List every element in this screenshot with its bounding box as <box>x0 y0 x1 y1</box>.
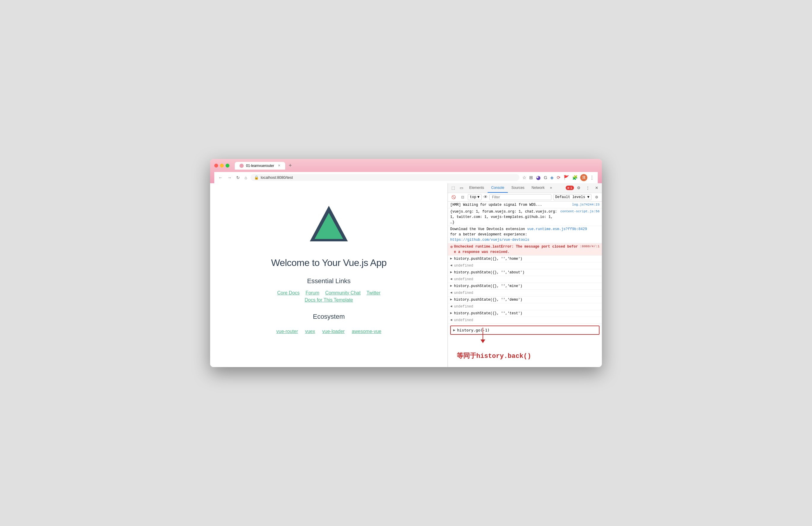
file-link[interactable]: content-script.js:56 <box>560 209 599 214</box>
active-tab[interactable]: 01-learnvuerouter ✕ <box>235 162 285 170</box>
translate-icon[interactable]: G <box>543 174 548 181</box>
settings-cog-btn[interactable]: ⚙ <box>593 194 600 200</box>
console-text: undefined <box>454 304 599 309</box>
community-chat-link[interactable]: Community Chat <box>325 290 361 296</box>
device-toolbar-btn[interactable]: ▭ <box>457 183 466 192</box>
tab-elements[interactable]: Elements <box>466 183 488 193</box>
devtools-link[interactable]: vue.runtime.esm.js?ff9b:8429 <box>527 227 587 231</box>
level-label: Default levels <box>555 195 585 199</box>
ext2-icon[interactable]: ⟳ <box>556 174 561 181</box>
collapse-icon[interactable]: ◀ <box>450 290 452 295</box>
back-button[interactable]: ← <box>217 175 224 181</box>
ecosystem-links: vue-router vuex vue-loader awesome-vue <box>276 329 381 334</box>
error-file-link[interactable]: :8080/#/:1 <box>580 244 599 249</box>
prompt-icon: ▶ <box>453 328 455 333</box>
close-button[interactable] <box>214 164 218 167</box>
console-text: history.pushState({}, '','mine') <box>454 284 599 289</box>
docs-template-link[interactable]: Docs for This Template <box>304 297 353 303</box>
expand-icon[interactable]: ▶ <box>450 256 452 261</box>
devtools-panel: ⬚ ▭ Elements Console Sources Network » ⊗… <box>448 183 602 367</box>
tab-console[interactable]: Console <box>488 183 508 193</box>
minimize-button[interactable] <box>220 164 224 167</box>
tab-close-button[interactable]: ✕ <box>278 164 280 167</box>
file-link[interactable]: log.js74244:23 <box>572 202 599 207</box>
console-filter-input[interactable] <box>489 194 551 200</box>
clear-console-btn[interactable]: 🚫 <box>450 194 458 200</box>
ext1-icon[interactable]: ◈ <box>550 174 554 181</box>
inspect-element-btn[interactable]: ⬚ <box>449 183 457 192</box>
browser-window: 01-learnvuerouter ✕ + ← → ↻ ⌂ 🔒 localhos… <box>210 159 602 367</box>
console-text: undefined <box>454 263 599 268</box>
settings-btn[interactable]: ⚙ <box>575 183 583 192</box>
menu-icon[interactable]: ⋮ <box>589 174 595 181</box>
expand-icon[interactable]: ▶ <box>450 311 452 316</box>
console-text: history.pushState({}, '','test') <box>454 311 599 316</box>
maximize-button[interactable] <box>226 164 229 167</box>
arrow-head <box>480 340 485 343</box>
console-text: Download the Vue Devtools extension vue.… <box>450 227 599 242</box>
puzzle-icon[interactable]: 🧩 <box>571 174 578 181</box>
home-button[interactable]: ⌂ <box>243 175 248 181</box>
console-line: ◀ undefined <box>448 303 602 310</box>
console-line: ▶ history.pushState({}, '','mine') <box>448 283 602 290</box>
reload-button[interactable]: ↻ <box>235 175 241 181</box>
flag-icon[interactable]: 🚩 <box>563 174 570 181</box>
new-tab-button[interactable]: + <box>286 162 294 169</box>
docs-link-row: Docs for This Template <box>304 297 353 303</box>
annotation-text: 等同于history.back() <box>457 352 531 360</box>
forward-button[interactable]: → <box>226 175 233 181</box>
console-line: ◀ undefined <box>448 290 602 297</box>
error-circle-icon: ⊗ <box>450 244 453 250</box>
profile-icon[interactable]: ◕ <box>535 174 541 181</box>
close-devtools-btn[interactable]: ✕ <box>593 183 601 192</box>
collapse-icon[interactable]: ◀ <box>450 318 452 322</box>
devtools-tabs: ⬚ ▭ Elements Console Sources Network » ⊗… <box>448 183 602 193</box>
expand-icon[interactable]: ▶ <box>450 284 452 288</box>
console-toolbar: 🚫 ⊡ top ▼ 👁 Default levels ▼ ⚙ <box>448 193 602 201</box>
vuex-link[interactable]: vuex <box>305 329 315 334</box>
github-link[interactable]: https://github.com/vuejs/vue-devtools <box>450 238 529 242</box>
console-text: undefined <box>454 277 599 282</box>
tab-sources[interactable]: Sources <box>508 183 528 193</box>
console-text: history.pushState({}, '','about') <box>454 270 599 275</box>
console-body[interactable]: [HMR] Waiting for update signal from WDS… <box>448 201 602 367</box>
console-text: [HMR] Waiting for update signal from WDS… <box>450 202 571 208</box>
console-line: Download the Vue Devtools extension vue.… <box>448 226 602 243</box>
error-badge: ⊗ 1 <box>566 185 574 190</box>
forum-link[interactable]: Forum <box>306 290 319 296</box>
context-label: top <box>470 195 476 199</box>
level-dropdown-icon: ▼ <box>587 195 590 199</box>
extensions-icon[interactable]: ⊞ <box>528 174 534 181</box>
title-bar: 01-learnvuerouter ✕ + ← → ↻ ⌂ 🔒 localhos… <box>210 159 602 183</box>
tab-favicon <box>240 164 244 168</box>
vue-router-link[interactable]: vue-router <box>276 329 298 334</box>
url-box[interactable]: 🔒 localhost:8080/test <box>250 174 519 181</box>
tab-title: 01-learnvuerouter <box>246 164 274 168</box>
more-options-btn[interactable]: ⋮ <box>583 183 592 192</box>
history-go-input: ▶ history.go(-1) <box>450 326 599 335</box>
user-avatar[interactable]: 注 <box>580 174 587 181</box>
console-line: [HMR] Waiting for update signal from WDS… <box>448 201 602 208</box>
url-text: localhost:8080/test <box>261 175 516 180</box>
core-docs-link[interactable]: Core Docs <box>277 290 300 296</box>
collapse-icon[interactable]: ◀ <box>450 263 452 268</box>
console-line: ▶ history.pushState({}, '','demo') <box>448 297 602 303</box>
more-tabs-button[interactable]: » <box>548 183 554 192</box>
ecosystem-heading: Ecosystem <box>313 313 345 320</box>
tab-network[interactable]: Network <box>528 183 548 193</box>
collapse-icon[interactable]: ◀ <box>450 277 452 282</box>
vue-loader-link[interactable]: vue-loader <box>322 329 345 334</box>
collapse-icon[interactable]: ◀ <box>450 304 452 309</box>
expand-icon[interactable]: ▶ <box>450 270 452 275</box>
context-select[interactable]: top ▼ <box>468 194 482 200</box>
awesome-vue-link[interactable]: awesome-vue <box>352 329 381 334</box>
twitter-link[interactable]: Twitter <box>366 290 380 296</box>
log-level-select[interactable]: Default levels ▼ <box>553 194 592 200</box>
expand-icon[interactable]: ▶ <box>450 297 452 302</box>
preserve-log-btn[interactable]: ⊡ <box>460 194 466 200</box>
main-area: Welcome to Your Vue.js App Essential Lin… <box>210 183 602 367</box>
bookmark-icon[interactable]: ☆ <box>522 174 527 181</box>
console-text: history.pushState({}, '','demo') <box>454 297 599 302</box>
eye-icon[interactable]: 👁 <box>483 195 488 199</box>
annotation-area: 等同于history.back() <box>448 336 602 367</box>
